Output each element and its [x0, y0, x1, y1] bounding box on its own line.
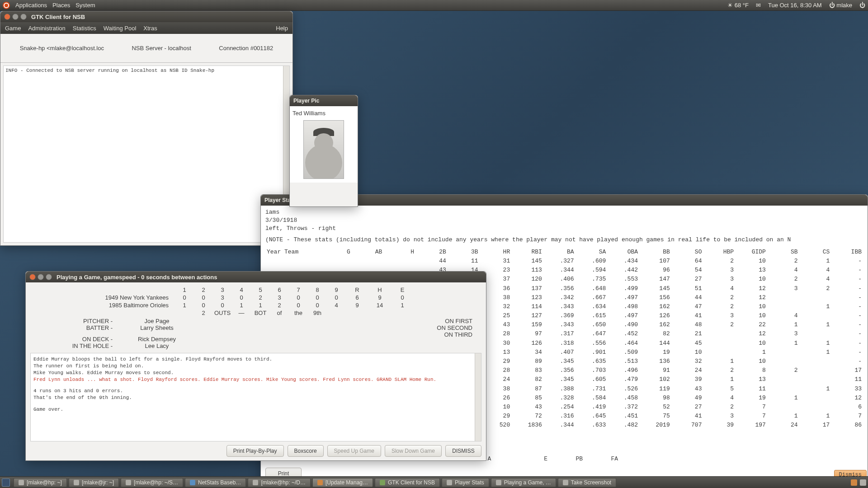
dismiss-button[interactable]: DISMISS	[445, 445, 481, 457]
taskbar-item[interactable]: GTK Client for NSB	[375, 478, 440, 487]
menu-applications[interactable]: Applications	[15, 2, 47, 9]
stats-cell: 27	[671, 403, 703, 412]
stats-col-header: SO	[671, 248, 703, 257]
stats-cell: .605	[576, 375, 608, 384]
show-desktop-icon[interactable]	[2, 479, 10, 487]
stats-cell: 41	[671, 412, 703, 421]
stats-cell: .344	[543, 421, 576, 430]
menu-xtras[interactable]: Xtras	[143, 25, 157, 32]
taskbar-item[interactable]: Player Stats	[442, 478, 489, 487]
stats-cell: 145	[511, 257, 543, 266]
taskbar-item[interactable]: Playing a Game, …	[491, 478, 556, 487]
stats-cell: .497	[607, 311, 639, 320]
linescore: 123456789RHE 1949 New York Yankees003023…	[30, 286, 481, 317]
stats-cell: 2019	[639, 421, 671, 430]
taskbar-label: Playing a Game, …	[504, 479, 551, 486]
stats-cell: 162	[639, 320, 671, 329]
stats-cell: 10	[671, 348, 703, 357]
stats-cell: 86	[831, 421, 863, 430]
stats-cell: .648	[576, 284, 608, 293]
menu-statistics[interactable]: Statistics	[73, 25, 96, 32]
pbp-line: 4 runs on 3 hits and 0 errors.	[33, 388, 478, 394]
taskbar-item[interactable]: [mlake@hp: ~/S…	[121, 478, 183, 487]
taskbar-label: [mlake@hp: ~/S…	[134, 479, 178, 486]
stats-cell	[799, 329, 831, 338]
stats-cell: 10	[735, 357, 767, 366]
stats-cell: 1836	[511, 421, 543, 430]
taskbar-item[interactable]: [mlake@hp: ~/D…	[248, 478, 311, 487]
stats-cell: .343	[543, 302, 576, 311]
stats-cell: .499	[607, 284, 639, 293]
outs-cell	[346, 309, 368, 317]
player-pic-titlebar[interactable]: Player Pic	[290, 95, 358, 106]
stats-cell: 3	[767, 284, 799, 293]
stats-col-header: RBI	[511, 248, 543, 257]
stats-cell: .343	[543, 320, 576, 329]
menu-system[interactable]: System	[75, 2, 95, 9]
ubuntu-logo-icon[interactable]	[3, 2, 10, 9]
taskbar-item[interactable]: [mlake@jr: ~]	[69, 478, 119, 487]
stats-cell: 33	[831, 385, 863, 394]
stats-cell: .318	[543, 339, 576, 348]
stats-cell: 156	[639, 293, 671, 302]
close-icon[interactable]	[4, 14, 10, 20]
nsb-titlebar[interactable]: GTK Client for NSB	[0, 11, 292, 22]
on-third-label: ON THIRD	[437, 331, 472, 338]
stats-col-header: 2B	[415, 248, 448, 257]
stats-cell: 49	[671, 394, 703, 403]
tray-icon[interactable]	[851, 479, 857, 486]
stats-cell: .327	[543, 257, 576, 266]
stats-cell: .634	[576, 302, 608, 311]
stats-cell: 19	[735, 394, 767, 403]
print-pbp-button[interactable]: Print Play-By-Play	[226, 445, 284, 457]
menu-administration[interactable]: Administration	[28, 25, 65, 32]
stats-col-header: OBA	[607, 248, 639, 257]
stats-cell: -	[831, 275, 863, 284]
stats-col-header: CS	[799, 248, 831, 257]
maximize-icon[interactable]	[20, 14, 27, 20]
indicator-icon[interactable]: ✉	[756, 2, 761, 9]
stats-cell	[799, 366, 831, 375]
menu-help[interactable]: Help	[276, 25, 288, 32]
taskbar-item[interactable]: [Update Manag…	[312, 478, 373, 487]
stats-cell: 1	[799, 339, 831, 348]
play-by-play-textarea[interactable]: Eddie Murray bloops the ball to left for…	[30, 353, 481, 441]
stats-cell: 17	[831, 366, 863, 375]
stats-cell: 10	[735, 302, 767, 311]
speed-up-button[interactable]: Speed Up Game	[327, 445, 381, 457]
taskbar-label: [mlake@hp: ~]	[27, 479, 62, 486]
close-icon[interactable]	[29, 274, 36, 280]
linescore-cell: 0	[308, 301, 327, 309]
user-menu[interactable]: ⏻ mlake	[829, 2, 852, 9]
log-textarea[interactable]: INFO - Connected to NSB server running o…	[3, 66, 290, 243]
taskbar-item[interactable]: Take Screenshot	[558, 478, 616, 487]
maximize-icon[interactable]	[46, 274, 52, 280]
stats-cell	[767, 385, 799, 394]
linescore-cell: 1	[391, 301, 414, 309]
menu-waiting-pool[interactable]: Waiting Pool	[104, 25, 137, 32]
scrollbar[interactable]	[475, 353, 481, 441]
clock[interactable]: Tue Oct 16, 8:30 AM	[768, 2, 822, 9]
stats-cell: 197	[735, 421, 767, 430]
stats-cell: 51	[671, 284, 703, 293]
stats-cell: 144	[639, 339, 671, 348]
power-icon[interactable]: ⏻	[859, 2, 865, 9]
trash-icon[interactable]	[860, 479, 866, 486]
menu-game[interactable]: Game	[5, 25, 21, 32]
stats-cell: .553	[607, 275, 639, 284]
minimize-icon[interactable]	[12, 14, 19, 20]
stats-cell: .344	[543, 266, 576, 275]
taskbar-item[interactable]: NetStats Baseb…	[185, 478, 246, 487]
stats-cell: .479	[607, 375, 639, 384]
minimize-icon[interactable]	[38, 274, 44, 280]
weather-indicator[interactable]: ☀ 68 °F	[727, 2, 749, 9]
stats-cell	[799, 394, 831, 403]
game-titlebar[interactable]: Playing a Game, gamespeed - 0 seconds be…	[26, 272, 486, 282]
menu-places[interactable]: Places	[52, 2, 70, 9]
taskbar-item[interactable]: [mlake@hp: ~]	[14, 478, 67, 487]
pitcher-name: Joe Page	[116, 318, 198, 324]
slow-down-button[interactable]: Slow Down Game	[385, 445, 442, 457]
player-pic-window: Player Pic Ted Williams	[289, 95, 358, 207]
cap-icon	[313, 128, 334, 136]
boxscore-button[interactable]: Boxscore	[288, 445, 324, 457]
